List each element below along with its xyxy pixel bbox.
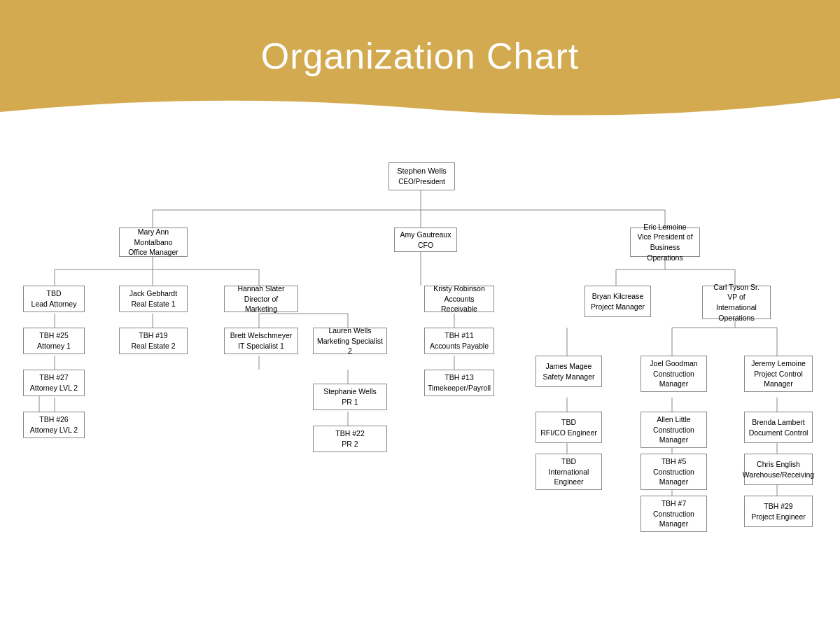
node-amy: Amy GautreauxCFO: [394, 227, 457, 252]
node-tbh11: TBH #11Accounts Payable: [424, 328, 494, 354]
node-stephen-wells: Stephen WellsCEO/President: [388, 162, 455, 190]
node-tbd-attorney: TBDLead Attorney: [23, 286, 85, 312]
node-tbh5: TBH #5ConstructionManager: [640, 454, 707, 490]
header: Organization Chart: [0, 0, 840, 133]
node-tbh19: TBH #19Real Estate 2: [119, 328, 188, 354]
node-tbh22: TBH #22PR 2: [313, 426, 387, 452]
node-stephanie: Stephanie WellsPR 1: [313, 384, 387, 410]
node-james: James MageeSafety Manager: [536, 356, 602, 387]
node-tbh25: TBH #25Attorney 1: [23, 328, 85, 354]
node-tbh13: TBH #13Timekeeper/Payroll: [424, 370, 494, 396]
node-carl: Carl Tyson Sr.VP of InternationalOperati…: [702, 286, 771, 319]
node-chris: Chris EnglishWarehouse/Receiving: [744, 454, 813, 485]
node-lauren: Lauren WellsMarketing Specialist 2: [313, 328, 387, 354]
node-hannah: Hannah SlaterDirector of Marketing: [224, 286, 298, 312]
node-tbh7: TBH #7ConstructionManager: [640, 496, 707, 532]
node-tbd-rfico: TBDRFI/CO Engineer: [536, 412, 602, 443]
node-joel: Joel GoodmanConstructionManager: [640, 356, 707, 392]
node-tbh29: TBH #29Project Engineer: [744, 496, 813, 527]
org-chart: Stephen WellsCEO/President Mary AnnMonta…: [0, 133, 840, 630]
node-jeremy: Jeremy LemoineProject ControlManager: [744, 356, 813, 392]
node-tbh26: TBH #26Attorney LVL 2: [23, 412, 85, 438]
node-mary-ann: Mary AnnMontalbanoOffice Manager: [119, 227, 188, 257]
node-tbh27: TBH #27Attorney LVL 2: [23, 370, 85, 396]
node-eric: Eric LemoineVice President ofBusiness Op…: [630, 227, 700, 257]
node-bryan: Bryan KilcreaseProject Manager: [584, 286, 651, 317]
node-jack: Jack GebhardtReal Estate 1: [119, 286, 188, 312]
node-allen: Allen LittleConstructionManager: [640, 412, 707, 448]
node-brenda: Brenda LambertDocument Control: [744, 412, 813, 443]
node-tbd-intl: TBDInternationalEngineer: [536, 454, 602, 490]
node-brett: Brett WelschmeyerIT Specialist 1: [224, 328, 298, 354]
page-title: Organization Chart: [0, 35, 840, 77]
node-kristy: Kristy RobinsonAccounts Receivable: [424, 286, 494, 312]
